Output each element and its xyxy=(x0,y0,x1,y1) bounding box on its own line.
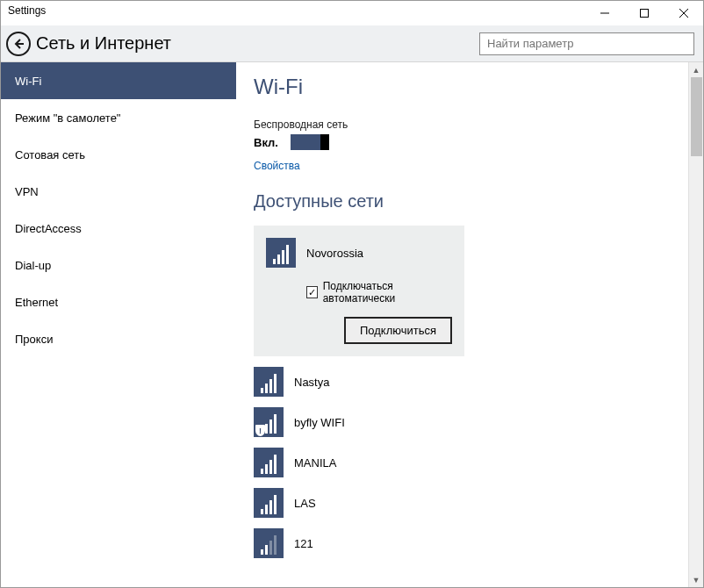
network-list: Novorossia✓Подключаться автоматическиПод… xyxy=(254,226,686,558)
content-inner: Wi-Fi Беспроводная сеть Вкл. Свойства До… xyxy=(236,62,703,587)
scroll-up-icon[interactable]: ▲ xyxy=(689,62,704,77)
section-heading-available: Доступные сети xyxy=(254,191,686,212)
sidebar: Wi-FiРежим "в самолете"Сотовая сетьVPNDi… xyxy=(1,62,236,587)
search-box[interactable] xyxy=(479,32,694,55)
back-button[interactable] xyxy=(6,32,31,56)
section-heading-wifi: Wi-Fi xyxy=(254,75,686,99)
sidebar-item-3[interactable]: VPN xyxy=(1,173,236,210)
window-controls xyxy=(585,1,703,25)
header: Сеть и Интернет xyxy=(1,25,703,62)
network-name: 121 xyxy=(294,537,313,550)
window-title: Settings xyxy=(1,1,53,20)
network-item-3[interactable]: MANILA xyxy=(254,448,686,477)
titlebar: Settings xyxy=(1,1,703,25)
connect-button[interactable]: Подключиться xyxy=(344,317,452,344)
scrollbar[interactable]: ▲ ▼ xyxy=(688,62,703,587)
settings-window: Settings Сеть и Интернет Wi-FiРежим "в с… xyxy=(0,0,704,588)
properties-link[interactable]: Свойства xyxy=(254,160,300,172)
page-title: Сеть и Интернет xyxy=(36,33,171,54)
wifi-toggle-row: Вкл. xyxy=(254,134,686,150)
sidebar-item-2[interactable]: Сотовая сеть xyxy=(1,136,236,173)
close-button[interactable] xyxy=(664,1,703,25)
network-item-0[interactable]: Novorossia✓Подключаться автоматическиПод… xyxy=(254,226,464,356)
maximize-button[interactable] xyxy=(624,1,664,25)
network-item-4[interactable]: LAS xyxy=(254,488,686,518)
network-item-1[interactable]: Nastya xyxy=(254,367,686,397)
auto-connect-checkbox[interactable]: ✓ xyxy=(306,286,318,298)
sidebar-item-5[interactable]: Dial-up xyxy=(1,247,236,283)
wifi-signal-icon xyxy=(254,448,284,477)
network-row: !byfly WIFI xyxy=(254,407,686,437)
wifi-signal-icon: ! xyxy=(254,407,284,437)
signal-bars-icon xyxy=(261,455,277,474)
wifi-signal-icon xyxy=(266,238,296,268)
sidebar-item-7[interactable]: Прокси xyxy=(1,320,236,357)
shield-icon: ! xyxy=(255,425,265,436)
content: Wi-Fi Беспроводная сеть Вкл. Свойства До… xyxy=(236,62,703,587)
sidebar-item-0[interactable]: Wi-Fi xyxy=(1,62,236,99)
wifi-signal-icon xyxy=(254,367,284,397)
wifi-toggle[interactable] xyxy=(291,134,329,150)
network-name: MANILA xyxy=(294,456,336,470)
network-row: LAS xyxy=(254,488,686,518)
network-row: MANILA xyxy=(254,448,686,477)
wireless-label: Беспроводная сеть xyxy=(254,118,686,131)
scroll-down-icon[interactable]: ▼ xyxy=(689,572,704,587)
svg-rect-1 xyxy=(640,10,648,18)
wifi-toggle-state: Вкл. xyxy=(254,136,278,149)
signal-bars-icon xyxy=(261,374,277,393)
signal-bars-icon xyxy=(273,245,289,264)
body: Wi-FiРежим "в самолете"Сотовая сетьVPNDi… xyxy=(1,62,703,587)
network-row: Novorossia xyxy=(266,238,452,268)
network-name: Novorossia xyxy=(306,247,363,260)
auto-connect-label: Подключаться автоматически xyxy=(323,280,452,305)
signal-bars-icon xyxy=(261,495,277,514)
sidebar-item-4[interactable]: DirectAccess xyxy=(1,210,236,247)
network-name: byfly WIFI xyxy=(294,416,345,429)
search-input[interactable] xyxy=(485,36,688,51)
scroll-thumb[interactable] xyxy=(691,77,702,156)
network-name: Nastya xyxy=(294,376,329,389)
wifi-signal-icon xyxy=(254,528,284,558)
minimize-button[interactable] xyxy=(585,1,624,25)
auto-connect-row: ✓Подключаться автоматически xyxy=(306,280,452,305)
wifi-toggle-knob xyxy=(320,134,329,150)
network-row: 121 xyxy=(254,528,686,558)
sidebar-item-6[interactable]: Ethernet xyxy=(1,283,236,320)
sidebar-item-1[interactable]: Режим "в самолете" xyxy=(1,99,236,136)
scroll-track[interactable] xyxy=(689,77,704,572)
network-row: Nastya xyxy=(254,367,686,397)
network-item-5[interactable]: 121 xyxy=(254,528,686,558)
wifi-signal-icon xyxy=(254,488,284,518)
network-item-2[interactable]: !byfly WIFI xyxy=(254,407,686,437)
network-name: LAS xyxy=(294,497,316,510)
header-left: Сеть и Интернет xyxy=(6,32,171,56)
signal-bars-icon xyxy=(261,535,277,555)
